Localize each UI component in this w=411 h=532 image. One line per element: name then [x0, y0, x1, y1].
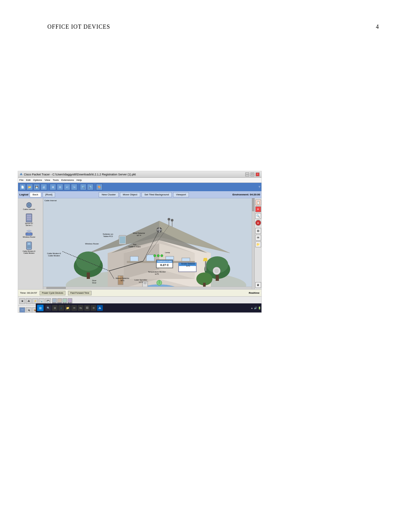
right-btn-red[interactable]: × — [255, 206, 261, 212]
tray-icon-1[interactable]: 🖥 — [19, 298, 25, 304]
wireless-router-device[interactable]: Wireless Router — [19, 227, 39, 240]
toolbar-undo[interactable]: ↩ — [64, 184, 70, 190]
tray-icon-5[interactable]: 💾 — [45, 298, 51, 304]
nav-move-object[interactable]: Move Object — [120, 192, 140, 197]
windows-taskbar: ⊞ 🔍 ⊞ e 📁 ✉ 🛍 🖼 ⚙ 🖧 ▲ 🔊 🔋 🌐 10:25 AM — [36, 303, 262, 312]
nav-new-cluster[interactable]: New Cluster — [99, 192, 119, 197]
fast-forward-btn[interactable]: Fast Forward Time — [68, 291, 91, 295]
page-title: OFFICE IOT DEVICES — [47, 24, 110, 30]
toolbar-help-icon[interactable]: ? — [259, 185, 260, 189]
tray-icon-3[interactable]: ⚡ — [32, 298, 38, 304]
wind-detector-label: Wind Detector IoT 4 — [133, 232, 145, 237]
menu-options[interactable]: Options — [33, 179, 42, 182]
taskbar-search[interactable]: 🔍 — [45, 305, 51, 311]
taskbar-mail[interactable]: ✉ — [71, 305, 77, 311]
taskbar-store[interactable]: 🛍 — [78, 305, 83, 311]
taskbar-cisco[interactable]: 🖧 — [97, 305, 103, 311]
minimize-button[interactable]: — — [245, 172, 249, 176]
toolbar-print[interactable]: 🖨 — [41, 184, 47, 190]
right-btn-search[interactable]: 🔍 — [255, 213, 261, 219]
taskbar-sys-icons: ▲ 🔊 🔋 🌐 — [251, 307, 262, 310]
toolbar-open[interactable]: 📂 — [26, 184, 33, 190]
vertical-scrollbar[interactable] — [252, 198, 254, 289]
nav-viewport[interactable]: Viewport — [173, 192, 189, 197]
svg-rect-64 — [120, 236, 125, 243]
toolbar-new[interactable]: 📄 — [19, 184, 26, 190]
right-btn-computer[interactable]: 🖥 — [255, 282, 261, 288]
menu-file[interactable]: File — [19, 179, 24, 182]
close-button[interactable]: × — [256, 172, 259, 176]
menu-view[interactable]: View — [44, 179, 50, 182]
taskbar-explorer[interactable]: 📁 — [65, 305, 71, 311]
toolbar-save[interactable]: 💾 — [34, 184, 40, 190]
window-controls[interactable]: — □ × — [245, 172, 259, 176]
right-btn-folder[interactable]: 📁 — [255, 241, 261, 247]
server-label: Server-PTServer 1 — [25, 222, 33, 226]
temperature-monitor-box: TEMPERATURE 0.27 C — [156, 260, 173, 268]
window-titlebar: 🖧 Cisco Packet Tracer - C:\Users\daggyst… — [18, 171, 261, 178]
tray-device-2[interactable]: RSMO — [57, 298, 62, 304]
right-panel: 📋 × 🔍 ● ⊞ ✉ 📁 🖥 — [254, 198, 261, 289]
menu-tools[interactable]: Tools — [53, 179, 59, 182]
toolbar-zoom-out[interactable]: 🔎 — [87, 184, 93, 190]
tray-device-3[interactable]: R-IO — [63, 298, 67, 304]
environment-label: Environment: 04:20:00 — [232, 193, 260, 196]
right-btn-grid[interactable]: ⊞ — [255, 228, 261, 234]
cable-modem-canvas-label: Cable Modem-E Cable Modem — [47, 252, 61, 257]
cable-internet-device[interactable]: Cable Internet — [19, 200, 39, 212]
toolbar-paste[interactable]: ⊟ — [57, 184, 63, 190]
windows-start-button[interactable]: ⊞ — [37, 305, 44, 311]
taskbar-pinned-icons: 🔍 ⊞ e 📁 ✉ 🛍 🖼 ⚙ 🖧 — [45, 305, 103, 311]
menu-edit[interactable]: Edit — [26, 179, 31, 182]
svg-point-26 — [76, 251, 101, 271]
left-panel: Cable Internet Server-PTServer 1 — [18, 198, 43, 289]
cable-modem-label: Cable Modem-ECable Modem — [23, 250, 35, 254]
svg-point-8 — [28, 243, 30, 245]
toolbar-redo[interactable]: ↪ — [71, 184, 77, 190]
canvas-area[interactable]: Nubietec an Tablet-PC0 Wind Detector IoT… — [43, 198, 254, 289]
horizontal-scrollbar[interactable] — [43, 287, 252, 289]
toolbar: 📄 📂 💾 🖨 ⊞ ⊟ ↩ ↪ 🔍 🔎 🎨 ? — [18, 183, 261, 191]
temp-header: TEMPERATURE — [157, 260, 172, 263]
tablet-label: Nubietec an Tablet-PC0 — [103, 233, 113, 238]
door-label: Door Door — [92, 280, 96, 284]
taskbar-photos[interactable]: 🖼 — [84, 305, 90, 311]
screenshot-container: 🖧 Cisco Packet Tracer - C:\Users\daggyst… — [18, 171, 262, 313]
taskbar-edge[interactable]: e — [58, 305, 64, 311]
svg-rect-30 — [216, 275, 219, 281]
taskbar-apps[interactable]: ⊞ — [52, 305, 58, 311]
svg-rect-32 — [203, 283, 206, 287]
svg-point-44 — [168, 218, 170, 221]
menu-bar: File Edit Options View Tools Extensions … — [18, 178, 261, 183]
toolbar-palette[interactable]: 🎨 — [96, 184, 103, 190]
power-cycle-btn[interactable]: Power Cycle Devices — [40, 291, 65, 295]
tray-device-4[interactable]: BGPC — [68, 298, 72, 304]
nav-back[interactable]: Back — [30, 192, 41, 197]
toolbar-copy[interactable]: ⊞ — [50, 184, 56, 190]
cable-modem-device[interactable]: Cable Modem-ECable Modem — [19, 241, 39, 254]
toolbar-zoom-in[interactable]: 🔍 — [80, 184, 86, 190]
taskbar-settings[interactable]: ⚙ — [91, 305, 96, 311]
right-btn-mail[interactable]: ✉ — [255, 235, 261, 241]
nav-root[interactable]: [Root] — [43, 192, 55, 197]
tray-icons-row: SNTL RSMO R-IO BGPC — [52, 298, 260, 304]
svg-marker-51 — [203, 258, 208, 261]
tray-icon-7[interactable]: 〰 — [19, 307, 25, 313]
right-btn-circle[interactable]: ● — [255, 220, 261, 226]
tray-device-1[interactable]: SNTL — [52, 298, 57, 304]
motion-detector-label: Motion Detector IoT1 — [116, 277, 129, 282]
svg-point-45 — [171, 219, 173, 222]
maximize-button[interactable]: □ — [250, 172, 254, 176]
tray-icon-2[interactable]: 🖧 — [26, 298, 32, 304]
lawn-sprinkler-label: Lawn Sprinkler IoT3 — [134, 279, 147, 283]
menu-extensions[interactable]: Extensions — [61, 179, 74, 182]
taskbar-right: ▲ 🔊 🔋 🌐 10:25 AM — [251, 305, 262, 311]
menu-help[interactable]: Help — [76, 179, 82, 182]
tray-icon-4[interactable]: 📡 — [39, 298, 44, 304]
svg-rect-2 — [27, 215, 31, 216]
nav-set-tiled[interactable]: Set Tiled Background — [142, 192, 172, 197]
tray-icon-8[interactable]: 🔌 — [26, 307, 32, 313]
right-btn-1[interactable]: 📋 — [255, 200, 261, 205]
cable-internet-canvas-label: Cable Internet — [44, 200, 57, 202]
server-device[interactable]: Server-PTServer 1 — [19, 213, 39, 226]
